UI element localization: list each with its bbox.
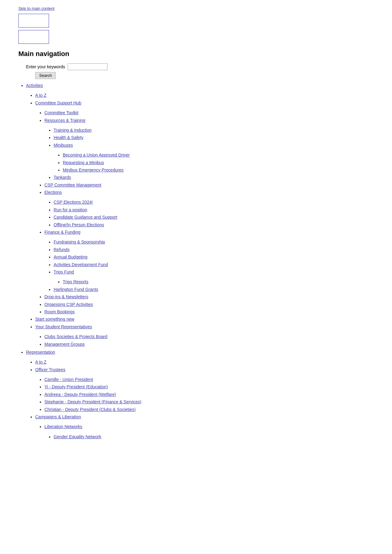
nav-link-gender-equality[interactable]: Gender Equality Network bbox=[54, 434, 101, 439]
list-item: Yi - Deputy President (Education) bbox=[44, 383, 374, 390]
list-item: Camille - Union President bbox=[44, 376, 374, 383]
nav-link-annual-budgeting[interactable]: Annual Budgeting bbox=[54, 254, 88, 259]
list-item: Management Groups bbox=[44, 341, 374, 348]
nav-link-refunds[interactable]: Refunds bbox=[54, 247, 70, 252]
list-item: A to Z bbox=[35, 92, 374, 99]
nav-finance-children: Fundraising & Sponsorship Refunds Annual… bbox=[44, 239, 374, 293]
nav-link-committee-toolkit[interactable]: Committee Toolkit bbox=[44, 110, 78, 115]
nav-link-trips-fund[interactable]: Trips Fund bbox=[54, 269, 74, 274]
nav-liberation-children: Gender Equality Network bbox=[44, 433, 374, 440]
list-item: Tankards bbox=[54, 174, 374, 181]
nav-link-run-position[interactable]: Run for a position bbox=[54, 207, 87, 212]
nav-link-activities[interactable]: Activities bbox=[26, 83, 43, 88]
list-item: Resources & Training Training & Inductio… bbox=[44, 117, 374, 181]
nav-link-liberation-networks[interactable]: Liberation Networks bbox=[44, 424, 82, 429]
skip-link[interactable]: Skip to main content bbox=[18, 6, 374, 11]
nav-link-clubs-societies-board[interactable]: Clubs Societies & Projects Board bbox=[44, 334, 107, 339]
list-item: Christian - Deputy President (Clubs & So… bbox=[44, 406, 374, 413]
nav-link-activities-development-fund[interactable]: Activities Development Fund bbox=[54, 262, 108, 267]
nav-link-minibuses[interactable]: Minibuses bbox=[54, 143, 73, 148]
list-item: Candidate Guidance and Support bbox=[54, 214, 374, 220]
list-item: Your Student Representatives Clubs Socie… bbox=[35, 323, 374, 348]
nav-link-dropins-newsletters[interactable]: Drop-ins & Newsletters bbox=[44, 294, 88, 299]
nav-link-room-bookings[interactable]: Room Bookings bbox=[44, 309, 75, 314]
nav-link-start-something-new[interactable]: Start something new bbox=[35, 317, 74, 322]
nav-campaigns-children: Liberation Networks Gender Equality Netw… bbox=[35, 423, 374, 440]
nav-item-representation: Representation A to Z Officer Trustees C… bbox=[26, 349, 374, 440]
list-item: Minibuses Becoming a Union Approved Driv… bbox=[54, 142, 374, 174]
nav-link-camille[interactable]: Camille - Union President bbox=[44, 377, 93, 382]
main-nav-heading: Main navigation bbox=[18, 50, 374, 58]
list-item: Activities Development Fund bbox=[54, 261, 374, 268]
list-item: Annual Budgeting bbox=[54, 254, 374, 260]
list-item: Liberation Networks Gender Equality Netw… bbox=[44, 423, 374, 440]
list-item: Fundraising & Sponsorship bbox=[54, 239, 374, 245]
nav-link-atoz-representation[interactable]: A to Z bbox=[35, 360, 47, 364]
nav-link-stephanie[interactable]: Stephanie - Deputy President (Finance & … bbox=[44, 399, 141, 404]
list-item: Campaigns & Liberation Liberation Networ… bbox=[35, 413, 374, 440]
nav-link-representation[interactable]: Representation bbox=[26, 350, 55, 355]
nav-link-yi[interactable]: Yi - Deputy President (Education) bbox=[44, 384, 108, 389]
list-item: Organising CSP Activities bbox=[44, 301, 374, 308]
nav-resources-children: Training & Induction Health & Safety Min… bbox=[44, 127, 374, 181]
nav-link-harlington-fund[interactable]: Harlington Fund Grants bbox=[54, 287, 98, 292]
nav-link-minibus-emergency[interactable]: Minibus Emergency Procedures bbox=[63, 168, 123, 172]
nav-link-health-safety[interactable]: Health & Safety bbox=[54, 135, 83, 140]
nav-trips-children: Trips Reports bbox=[54, 278, 374, 285]
nav-link-candidate-guidance[interactable]: Candidate Guidance and Support bbox=[54, 215, 117, 220]
nav-link-officer-trustees[interactable]: Officer Trustees bbox=[35, 367, 66, 372]
nav-link-management-groups[interactable]: Management Groups bbox=[44, 342, 85, 347]
nav-link-christian[interactable]: Christian - Deputy President (Clubs & So… bbox=[44, 407, 136, 412]
list-item: Minibus Emergency Procedures bbox=[63, 167, 374, 173]
nav-link-finance-funding[interactable]: Finance & Funding bbox=[44, 230, 81, 235]
list-item: Trips Reports bbox=[63, 278, 374, 285]
search-button[interactable]: Search bbox=[35, 72, 56, 79]
nav-link-committee-support-hub[interactable]: Committee Support Hub bbox=[35, 100, 81, 105]
nav-link-student-reps[interactable]: Your Student Representatives bbox=[35, 324, 92, 329]
list-item: Becoming a Union Approved Driver bbox=[63, 152, 374, 158]
nav-representation-children: A to Z Officer Trustees Camille - Union … bbox=[26, 359, 374, 440]
nav-link-organising-csp[interactable]: Organising CSP Activities bbox=[44, 302, 93, 307]
nav-link-trips-reports[interactable]: Trips Reports bbox=[63, 279, 89, 284]
nav-activities-children: A to Z Committee Support Hub Committee T… bbox=[26, 92, 374, 348]
search-label: Enter your keywords bbox=[26, 64, 65, 69]
logo-bottom bbox=[18, 30, 49, 44]
nav-top-list: Activities A to Z Committee Support Hub … bbox=[18, 82, 374, 440]
nav-link-csp-elections[interactable]: CSP Elections 2024! bbox=[54, 200, 93, 205]
list-item: Clubs Societies & Projects Board bbox=[44, 333, 374, 340]
search-section: Enter your keywords Search bbox=[18, 63, 374, 79]
search-input[interactable] bbox=[68, 63, 107, 70]
list-item: Room Bookings bbox=[44, 308, 374, 315]
nav-link-elections[interactable]: Elections bbox=[44, 190, 62, 195]
list-item: Finance & Funding Fundraising & Sponsors… bbox=[44, 229, 374, 293]
list-item: A to Z bbox=[35, 359, 374, 365]
list-item: Refunds bbox=[54, 246, 374, 253]
nav-link-resources-training[interactable]: Resources & Training bbox=[44, 118, 85, 123]
nav-student-reps-children: Clubs Societies & Projects Board Managem… bbox=[35, 333, 374, 348]
nav-link-csp-committee-management[interactable]: CSP Committee Management bbox=[44, 183, 101, 187]
nav-link-union-approved-driver[interactable]: Becoming a Union Approved Driver bbox=[63, 153, 130, 157]
list-item: Andreea - Deputy President (Welfare) bbox=[44, 391, 374, 398]
nav-link-fundraising[interactable]: Fundraising & Sponsorship bbox=[54, 239, 105, 244]
nav-minibuses-children: Becoming a Union Approved Driver Request… bbox=[54, 152, 374, 173]
list-item: Gender Equality Network bbox=[54, 433, 374, 440]
nav-link-tankards[interactable]: Tankards bbox=[54, 175, 71, 180]
list-item: Elections CSP Elections 2024! Run for a … bbox=[44, 189, 374, 228]
list-item: Committee Support Hub Committee Toolkit … bbox=[35, 100, 374, 315]
nav-link-offline-elections[interactable]: Offline/In Person Elections bbox=[54, 222, 104, 227]
logo-area bbox=[18, 14, 374, 44]
nav-link-training-induction[interactable]: Training & Induction bbox=[54, 128, 92, 133]
nav-link-atoz-activities[interactable]: A to Z bbox=[35, 93, 47, 98]
nav-link-campaigns-liberation[interactable]: Campaigns & Liberation bbox=[35, 414, 81, 419]
nav-link-requesting-minibus[interactable]: Requesting a Minibus bbox=[63, 160, 104, 165]
list-item: Harlington Fund Grants bbox=[54, 286, 374, 293]
list-item: Committee Toolkit bbox=[44, 109, 374, 116]
nav-item-activities: Activities A to Z Committee Support Hub … bbox=[26, 82, 374, 348]
nav-trustees-children: Camille - Union President Yi - Deputy Pr… bbox=[35, 376, 374, 413]
list-item: CSP Committee Management bbox=[44, 182, 374, 188]
list-item: Drop-ins & Newsletters bbox=[44, 293, 374, 300]
list-item: Stephanie - Deputy President (Finance & … bbox=[44, 398, 374, 405]
nav-csh-children: Committee Toolkit Resources & Training T… bbox=[35, 109, 374, 315]
nav-link-andreea[interactable]: Andreea - Deputy President (Welfare) bbox=[44, 392, 116, 397]
search-row: Enter your keywords bbox=[26, 63, 374, 70]
